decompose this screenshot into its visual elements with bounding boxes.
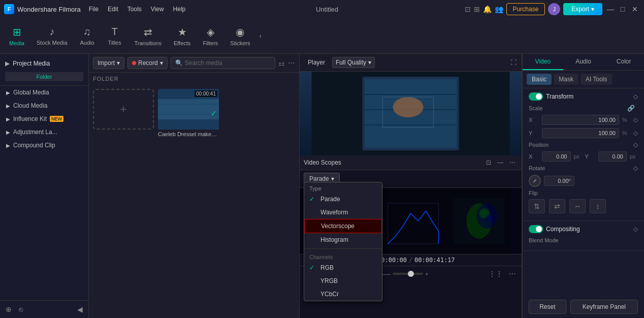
- dropdown-type-histogram[interactable]: Histogram: [304, 233, 382, 246]
- community-icon[interactable]: 👥: [495, 5, 503, 13]
- rotate-input[interactable]: 0.00°: [544, 176, 574, 186]
- rotate-keyframe-icon[interactable]: ◇: [633, 165, 638, 172]
- keyframe-panel-button[interactable]: Keyframe Panel: [570, 300, 638, 314]
- titlebar-right: ⊡ ⊞ 🔔 👥 Purchase J Export ▾ — □ ✕: [465, 3, 640, 15]
- scale-y-input[interactable]: 100.00: [542, 128, 619, 138]
- sidebar-item-global-media[interactable]: ▶ Global Media: [0, 86, 88, 99]
- purchase-button[interactable]: Purchase: [506, 3, 545, 15]
- tab-video[interactable]: Video: [523, 54, 563, 70]
- toolbar-media[interactable]: ⊞ Media: [4, 23, 29, 49]
- quality-selector[interactable]: Full Quality ▾: [332, 57, 375, 68]
- tab-color[interactable]: Color: [603, 54, 644, 70]
- sidebar-item-adjustment[interactable]: ▶ Adjustment La...: [0, 125, 88, 139]
- histogram-option-label: Histogram: [320, 236, 348, 243]
- maximize-window-icon[interactable]: ⊞: [474, 5, 480, 13]
- stock-media-label: Stock Media: [37, 40, 68, 46]
- tab-audio[interactable]: Audio: [563, 54, 604, 70]
- toolbar-stickers[interactable]: ◉ Stickers: [225, 23, 255, 49]
- subtab-ai-tools[interactable]: AI Tools: [581, 74, 612, 85]
- toolbar-transitions[interactable]: ⇄ Transitions: [130, 23, 167, 49]
- dropdown-channel-yrgb[interactable]: YRGB: [304, 274, 382, 288]
- timecode-total: 00:00:41:17: [414, 257, 455, 264]
- more-options-icon[interactable]: ⋯: [288, 59, 295, 67]
- export-button[interactable]: Export ▾: [563, 3, 602, 15]
- scale-link-icon[interactable]: 🔗: [627, 105, 635, 112]
- transform-keyframe-icon[interactable]: ◇: [633, 93, 638, 100]
- link-icon[interactable]: ⎋: [17, 304, 24, 315]
- scopes-minimize-icon[interactable]: —: [495, 158, 505, 167]
- pos-x-input[interactable]: 0.00: [542, 151, 571, 162]
- toolbar-audio[interactable]: ♫ Audio: [75, 23, 100, 49]
- add-media-button[interactable]: +: [93, 89, 154, 130]
- flip-horizontal-button[interactable]: ⇅: [529, 199, 545, 213]
- toolbar-effects[interactable]: ★ Effects: [169, 23, 196, 49]
- flip-vertical-button[interactable]: ⇄: [549, 199, 565, 213]
- menu-help[interactable]: Help: [169, 4, 190, 15]
- player-tab[interactable]: Player: [305, 57, 328, 68]
- menu-file[interactable]: File: [85, 4, 103, 15]
- notifications-icon[interactable]: 🔔: [483, 5, 492, 13]
- project-media-label: Project Media: [13, 60, 50, 67]
- compositing-keyframe-icon[interactable]: ◇: [633, 226, 638, 233]
- reset-button[interactable]: Reset: [529, 300, 566, 314]
- sidebar-item-cloud-media[interactable]: ▶ Cloud Media: [0, 99, 88, 112]
- transform-toggle[interactable]: [529, 92, 543, 101]
- sidebar-item-influence-kit-label: Influence Kit: [13, 115, 47, 122]
- subtab-basic[interactable]: Basic: [527, 74, 552, 85]
- player-preview: [300, 72, 522, 155]
- position-keyframe-icon[interactable]: ◇: [633, 141, 638, 148]
- win-maximize-button[interactable]: □: [618, 4, 628, 14]
- folder-button[interactable]: Folder: [5, 72, 83, 81]
- grid-view-icon[interactable]: ⋮⋮: [487, 268, 504, 279]
- win-minimize-button[interactable]: —: [605, 4, 616, 14]
- dropdown-type-parade[interactable]: ✓ Parade: [304, 193, 382, 206]
- subtab-mask[interactable]: Mask: [554, 74, 578, 85]
- dropdown-type-vectorscope[interactable]: Vectorscope: [304, 219, 382, 233]
- toolbar-stock-media[interactable]: ♪ Stock Media: [31, 23, 73, 49]
- scopes-expand-icon[interactable]: ⊡: [484, 158, 493, 167]
- menu-view[interactable]: View: [147, 4, 168, 15]
- rotate-wheel[interactable]: [529, 175, 541, 187]
- toolbar-titles[interactable]: T Titles: [102, 23, 127, 49]
- menu-edit[interactable]: Edit: [104, 4, 122, 15]
- rotate-row: Rotate ◇: [529, 165, 638, 172]
- dropdown-type-waveform[interactable]: Waveform: [304, 206, 382, 219]
- flip-row: Flip: [529, 190, 638, 196]
- win-close-button[interactable]: ✕: [630, 4, 640, 14]
- add-folder-icon[interactable]: ⊕: [4, 304, 13, 315]
- scale-y-keyframe-icon[interactable]: ◇: [633, 130, 638, 137]
- minimize-window-icon[interactable]: ⊡: [465, 5, 471, 13]
- media-item-0[interactable]: 00:00:41 ✓ Caeleb Dressel makes ...: [158, 89, 219, 137]
- flip-h-icon[interactable]: ↔: [569, 199, 586, 213]
- vectorscope-option-label: Vectorscope: [321, 222, 355, 230]
- record-button[interactable]: Record ▾: [127, 57, 168, 69]
- collapse-icon[interactable]: ◀: [76, 304, 84, 315]
- scopes-more-icon[interactable]: ⋯: [507, 158, 518, 167]
- pos-y-input[interactable]: 0.00: [598, 151, 627, 162]
- sidebar-item-influence-kit[interactable]: ▶ Influence Kit NEW: [0, 112, 88, 125]
- fullscreen-icon[interactable]: ⛶: [510, 59, 517, 66]
- menu-tools[interactable]: Tools: [123, 4, 146, 15]
- media-icon: ⊞: [13, 26, 21, 38]
- scale-x-input[interactable]: 100.00: [542, 115, 619, 125]
- toolbar-filters[interactable]: ◈ Filters: [198, 23, 223, 49]
- scale-y-unit: %: [622, 130, 630, 136]
- scale-x-keyframe-icon[interactable]: ◇: [633, 116, 638, 123]
- zoom-handle[interactable]: [408, 271, 414, 277]
- zoom-slider[interactable]: [393, 273, 423, 275]
- filter-icon[interactable]: ⚏: [278, 59, 285, 67]
- toolbar-more-button[interactable]: ›: [257, 30, 263, 42]
- waveform-option-label: Waveform: [320, 209, 348, 216]
- dropdown-channel-ycbcr[interactable]: YCbCr: [304, 288, 382, 301]
- settings-icon[interactable]: ⋯: [507, 268, 518, 279]
- parade-check-icon: ✓: [309, 196, 316, 203]
- compositing-toggle[interactable]: [529, 225, 543, 233]
- import-button[interactable]: Import ▾: [93, 57, 124, 69]
- user-avatar[interactable]: J: [548, 3, 560, 15]
- search-bar[interactable]: 🔍 Search media: [171, 57, 275, 69]
- project-media-header[interactable]: ▶ Project Media: [5, 58, 83, 69]
- sidebar-item-compound-clip[interactable]: ▶ Compound Clip: [0, 139, 88, 152]
- flip-v-icon[interactable]: ↕: [590, 199, 606, 213]
- global-media-arrow-icon: ▶: [6, 90, 10, 96]
- dropdown-channel-rgb[interactable]: ✓ RGB: [304, 261, 382, 274]
